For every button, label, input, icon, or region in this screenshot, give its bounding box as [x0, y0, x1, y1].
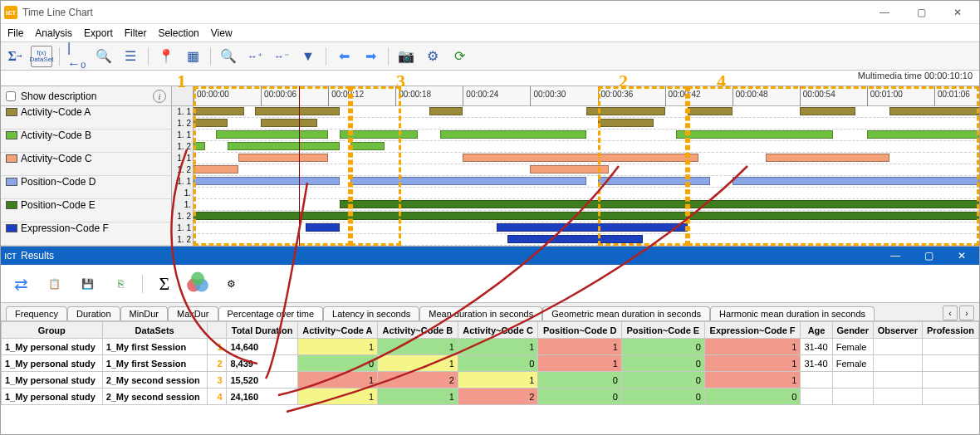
timeline-bar[interactable] [889, 107, 979, 115]
zoom-out-h-icon[interactable]: ↔⁻ [271, 46, 292, 67]
results-grid[interactable]: GroupDataSetsTotal DurationActivity~Code… [1, 321, 979, 434]
refresh-icon[interactable]: ⟳ [448, 46, 470, 67]
minimize-button[interactable]: — [866, 1, 903, 24]
timeline-bar[interactable] [463, 154, 698, 162]
menu-view[interactable]: View [211, 27, 233, 39]
save-disk-icon[interactable]: 💾 [74, 271, 100, 297]
tabs-scroll-left[interactable]: ‹ [943, 305, 958, 320]
column-header[interactable]: Position~Code E [621, 322, 704, 339]
table-row[interactable]: 1_My personal study1_My first Session28,… [2, 355, 979, 372]
column-header[interactable]: Group [2, 322, 103, 339]
timeline-bar[interactable] [766, 154, 889, 162]
timeline-bar[interactable] [194, 107, 244, 115]
palette-icon[interactable]: ▦ [182, 46, 203, 67]
export-xls-icon[interactable]: ⎘ [107, 271, 134, 297]
timeline-bar[interactable] [238, 154, 328, 162]
legend-item[interactable]: Position~Code E [1, 199, 171, 211]
menu-analysis[interactable]: Analysis [35, 27, 72, 39]
tab-mean-duration-in-seconds[interactable]: Mean duration in seconds [419, 306, 542, 320]
legend-item[interactable]: Activity~Code C [1, 153, 171, 164]
column-header[interactable]: Activity~Code C [458, 322, 538, 339]
column-header[interactable]: Activity~Code A [297, 322, 377, 339]
dataset-fx-icon[interactable]: f(x)DataSet [31, 46, 52, 67]
timeline-bar[interactable] [194, 119, 228, 127]
zoom-in-h-icon[interactable]: ↔⁺ [244, 46, 266, 67]
tab-mindur[interactable]: MinDur [120, 306, 168, 320]
timeline-bar[interactable] [194, 165, 238, 174]
timeline-bar[interactable] [733, 177, 979, 185]
track-row[interactable] [194, 153, 979, 164]
table-row[interactable]: 1_My personal study2_My second session42… [2, 389, 979, 405]
time-ruler[interactable]: 00:00:0000:00:0600:00:1200:00:1800:00:24… [194, 86, 979, 106]
settings-gear-icon[interactable]: ⚙ [422, 46, 443, 67]
copy-doc-icon[interactable]: 📋 [41, 271, 67, 297]
tab-latency-in-seconds[interactable]: Latency in seconds [323, 306, 419, 320]
column-header[interactable]: Activity~Code B [378, 322, 458, 339]
timeline-bar[interactable] [340, 130, 419, 139]
column-header[interactable]: Age [801, 322, 832, 339]
track-row[interactable] [194, 222, 979, 234]
timeline-bar[interactable] [216, 130, 328, 139]
timeline-bar[interactable] [440, 130, 586, 139]
results-settings-icon[interactable]: ⚙ [218, 271, 244, 297]
nav-arrows-icon[interactable]: ⇄ [7, 271, 34, 297]
camera-icon[interactable]: 📷 [395, 46, 417, 67]
track-row[interactable] [194, 106, 979, 118]
timeline-bar[interactable] [586, 107, 665, 115]
track-row[interactable] [194, 118, 979, 130]
menu-filter[interactable]: Filter [125, 27, 147, 39]
table-row[interactable]: 1_My personal study1_My first Session114… [2, 339, 979, 355]
track-row[interactable] [194, 164, 979, 176]
venn-icon[interactable] [184, 271, 211, 297]
column-header[interactable]: Position~Code D [538, 322, 621, 339]
tab-duration[interactable]: Duration [67, 306, 120, 320]
timeline-bar[interactable] [194, 177, 340, 185]
track-row[interactable] [194, 188, 979, 199]
column-header[interactable]: Total Duration [227, 322, 297, 339]
legend-item[interactable]: Activity~Code B [1, 130, 171, 141]
step-forward-icon[interactable]: ➡ [360, 46, 381, 67]
timeline-bar[interactable] [261, 119, 317, 127]
list-lines-icon[interactable]: ☰ [120, 46, 141, 67]
timeline-bar[interactable] [530, 165, 609, 174]
track-rows[interactable] [194, 106, 979, 246]
menu-export[interactable]: Export [84, 27, 113, 39]
sigma-icon[interactable]: Σ⇢ [4, 46, 26, 67]
legend-item[interactable]: Expression~Code F [1, 222, 171, 234]
column-header[interactable] [207, 322, 227, 339]
filter-icon[interactable]: ▼ [297, 46, 319, 67]
column-header[interactable]: DataSets [102, 322, 207, 339]
tab-maxdur[interactable]: MaxDur [168, 306, 218, 320]
tab-percentage-over-time[interactable]: Percentage over time [218, 306, 324, 320]
column-header[interactable]: Profession [922, 322, 978, 339]
info-icon[interactable]: i [153, 90, 166, 103]
timeline-bar[interactable] [497, 223, 688, 232]
timeline-bar[interactable] [598, 119, 654, 127]
timeline-bar[interactable] [429, 107, 463, 115]
timeline-bar[interactable] [350, 177, 586, 185]
track-row[interactable] [194, 130, 979, 141]
timeline-bar[interactable] [598, 177, 710, 185]
close-button[interactable]: ✕ [939, 1, 976, 24]
tab-frequency[interactable]: Frequency [6, 306, 67, 320]
tabs-scroll-right[interactable]: › [959, 305, 974, 320]
zoom-region-icon[interactable]: 🔍 [218, 46, 239, 67]
timeline-bar[interactable] [350, 142, 385, 150]
timeline-bar[interactable] [800, 107, 856, 115]
menu-file[interactable]: File [7, 27, 23, 39]
track-row[interactable] [194, 176, 979, 188]
results-close-button[interactable]: ✕ [948, 247, 976, 265]
goto-start-icon[interactable]: |←₀ [66, 46, 88, 67]
results-maximize-button[interactable]: ▢ [914, 247, 943, 265]
show-description-checkbox[interactable] [6, 91, 16, 101]
timeline-bar[interactable] [676, 130, 833, 139]
menu-selection[interactable]: Selection [158, 27, 198, 39]
pin-icon[interactable]: 📍 [155, 46, 177, 67]
track-row[interactable] [194, 199, 979, 211]
timeline-bar[interactable] [507, 235, 642, 243]
table-row[interactable]: 1_My personal study2_My second session31… [2, 372, 979, 389]
timeline-bar[interactable] [228, 142, 340, 150]
legend-item[interactable]: Activity~Code A [1, 106, 171, 118]
tab-harmonic-mean-duration-in-seconds[interactable]: Harmonic mean duration in seconds [710, 306, 875, 320]
timeline-bar[interactable] [306, 223, 340, 232]
